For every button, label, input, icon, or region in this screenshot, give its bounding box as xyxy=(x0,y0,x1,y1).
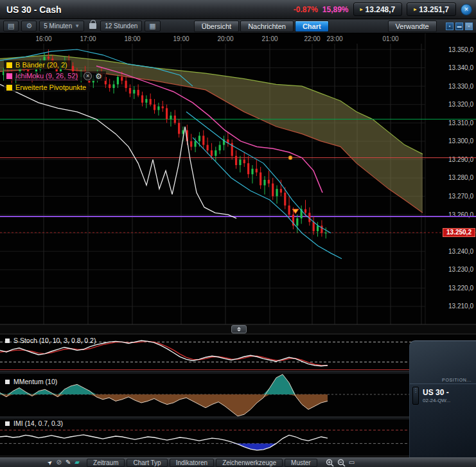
zoom-out-icon[interactable] xyxy=(337,459,346,467)
gear-icon: ⚙ xyxy=(26,22,32,30)
panel-bullet-icon xyxy=(5,339,10,343)
chart-settings-button[interactable]: ⚙ xyxy=(21,21,37,31)
no-tool-icon[interactable]: ⊘ xyxy=(57,459,62,466)
bbands-label: B Bänder (20, 2) xyxy=(15,61,67,69)
zoom-in-icon[interactable] xyxy=(326,459,334,467)
svg-text:13.310,0: 13.310,0 xyxy=(448,119,473,127)
panel-bullet-icon xyxy=(5,380,10,384)
divider xyxy=(410,383,476,384)
chart-list-button[interactable]: ▤ xyxy=(3,21,19,31)
stoch-panel-label: S Stoch (10, 10, 3, 0.8, 0.2) xyxy=(5,337,96,344)
splitter-up-icon xyxy=(237,327,241,329)
svg-text:21:00: 21:00 xyxy=(261,35,278,42)
drawing-tool-icons: ➤ ⊘ ✎ ▰ xyxy=(48,459,80,466)
svg-text:13.340,0: 13.340,0 xyxy=(448,64,473,71)
window-titlebar: US 30 - Cash -0.87% 15,89% ▸ 13.248,7 ▸ … xyxy=(0,0,476,19)
grid-view-icon[interactable]: ▪ xyxy=(446,22,454,30)
change-percent: -0.87% xyxy=(294,5,318,14)
svg-text:13.350,0: 13.350,0 xyxy=(448,46,473,53)
svg-text:13.210,0: 13.210,0 xyxy=(448,303,473,310)
svg-text:23:00: 23:00 xyxy=(326,35,342,42)
timeframe-dropdown[interactable]: 5 Minuten ▼ xyxy=(39,21,84,31)
sell-arrow-icon: ▸ xyxy=(360,6,363,12)
indikatoren-button[interactable]: Indikatoren xyxy=(170,459,214,467)
indicator-settings-icon[interactable]: ⚙ xyxy=(95,73,102,80)
legend-item-bbands[interactable]: B Bänder (20, 2) xyxy=(4,60,71,69)
cursor-tool-icon[interactable]: ➤ xyxy=(46,458,54,467)
svg-text:13.270,0: 13.270,0 xyxy=(448,193,473,200)
positions-header: POSITION... xyxy=(410,378,476,382)
momentum-panel-label: MMentum (10) xyxy=(5,378,57,385)
view-tabs: Übersicht Nachrichten Chart xyxy=(194,21,329,32)
svg-text:13.320,0: 13.320,0 xyxy=(448,101,473,108)
svg-text:20:00: 20:00 xyxy=(217,35,233,42)
split-view-icon[interactable]: ▬ xyxy=(455,22,463,30)
chart-bottom-toolbar: ➤ ⊘ ✎ ▰ Zeitraum Chart Typ Indikatoren Z… xyxy=(0,457,476,467)
pivots-color-swatch xyxy=(6,85,12,91)
titlebar-right-group: -0.87% 15,89% ▸ 13.248,7 ▸ 13.251,7 × xyxy=(294,3,472,16)
chart-typ-button[interactable]: Chart Typ xyxy=(127,459,167,467)
position-code: 02-24-QW... xyxy=(423,398,450,403)
svg-text:13.300,0: 13.300,0 xyxy=(448,137,473,145)
svg-text:13.330,0: 13.330,0 xyxy=(448,83,473,90)
legend-item-ichimoku[interactable]: IchiMoku (9, 26, 52) × ⚙ xyxy=(4,71,106,81)
lock-icon[interactable] xyxy=(89,23,96,29)
buy-arrow-icon: ▸ xyxy=(414,6,416,12)
imi-panel-label: IMI (14, 0.7, 0.3) xyxy=(5,419,63,427)
window-title: US 30 - Cash xyxy=(6,4,62,15)
calendar-button[interactable]: ▦ xyxy=(145,21,160,31)
fit-chart-icon[interactable]: ▭ xyxy=(349,459,355,466)
close-window-button[interactable]: × xyxy=(461,4,472,15)
buy-price-button[interactable]: ▸ 13.251,7 xyxy=(407,3,456,16)
tab-nachrichten[interactable]: Nachrichten xyxy=(240,21,294,32)
position-list-scrollbar[interactable]: ⋮ xyxy=(412,387,419,405)
position-list-item[interactable]: ⋮ US 30 - 02-24-QW... xyxy=(410,387,476,405)
zeichenwerkzeuge-button[interactable]: Zeichenwerkzeuge xyxy=(216,459,283,467)
svg-text:18:00: 18:00 xyxy=(124,35,140,42)
svg-text:16:00: 16:00 xyxy=(35,35,51,42)
tab-chart[interactable]: Chart xyxy=(295,21,329,32)
ichimoku-label: IchiMoku (9, 26, 52) xyxy=(15,72,78,80)
legend-item-pivots[interactable]: Erweiterte Pivotpunkte xyxy=(4,83,90,92)
svg-text:13.230,0: 13.230,0 xyxy=(448,266,473,273)
svg-text:01:00: 01:00 xyxy=(382,35,398,42)
chart-container: 13.350,013.340,013.330,013.320,013.310,0… xyxy=(0,33,476,457)
sell-price-button[interactable]: ▸ 13.248,7 xyxy=(353,3,403,16)
tab-uebersicht[interactable]: Übersicht xyxy=(194,21,239,32)
svg-text:13.290,0: 13.290,0 xyxy=(448,156,473,163)
ichimoku-color-swatch xyxy=(6,73,12,79)
bbands-color-swatch xyxy=(6,62,12,68)
related-button[interactable]: Verwandte xyxy=(388,21,437,32)
svg-text:17:00: 17:00 xyxy=(80,35,96,42)
pivots-label: Erweiterte Pivotpunkte xyxy=(15,84,86,91)
price-chart[interactable]: 13.350,013.340,013.330,013.320,013.310,0… xyxy=(0,33,476,457)
range-percent: 15,89% xyxy=(322,5,349,14)
duration-dropdown[interactable]: 12 Stunden xyxy=(100,21,142,31)
splitter-down-icon xyxy=(237,330,241,331)
remove-indicator-icon[interactable]: × xyxy=(84,72,92,80)
svg-text:13.240,0: 13.240,0 xyxy=(448,248,473,255)
zeitraum-button[interactable]: Zeitraum xyxy=(87,459,125,467)
indicator-legend: B Bänder (20, 2) IchiMoku (9, 26, 52) × … xyxy=(4,60,106,94)
svg-text:22:00: 22:00 xyxy=(304,35,320,42)
current-price-tag: 13.250,2 xyxy=(443,228,475,237)
chart-toolbar: ▤ ⚙ 5 Minuten ▼ 12 Stunden ▦ Übersicht N… xyxy=(0,19,476,33)
position-symbol: US 30 - xyxy=(423,388,450,397)
svg-text:13.280,0: 13.280,0 xyxy=(448,174,473,181)
positions-overlay-panel[interactable]: POSITION... ⋮ US 30 - 02-24-QW... xyxy=(409,340,476,457)
panel-window-controls: ▪ ▬ ▪ xyxy=(446,22,473,30)
chevron-down-icon: ▼ xyxy=(75,23,80,29)
zoom-controls: ▭ xyxy=(326,459,355,467)
panel-splitter-handle[interactable] xyxy=(231,325,247,333)
pencil-tool-icon[interactable]: ✎ xyxy=(66,459,71,466)
buy-price: 13.251,7 xyxy=(419,5,449,14)
eraser-tool-icon[interactable]: ▰ xyxy=(75,459,80,466)
calendar-icon: ▦ xyxy=(149,22,155,30)
sell-price: 13.248,7 xyxy=(366,5,396,14)
expand-view-icon[interactable]: ▪ xyxy=(465,22,473,30)
timeframe-value: 5 Minuten xyxy=(44,22,72,30)
muster-button[interactable]: Muster xyxy=(285,459,317,467)
list-icon: ▤ xyxy=(8,22,14,30)
svg-text:19:00: 19:00 xyxy=(173,35,189,42)
duration-value: 12 Stunden xyxy=(105,22,137,30)
